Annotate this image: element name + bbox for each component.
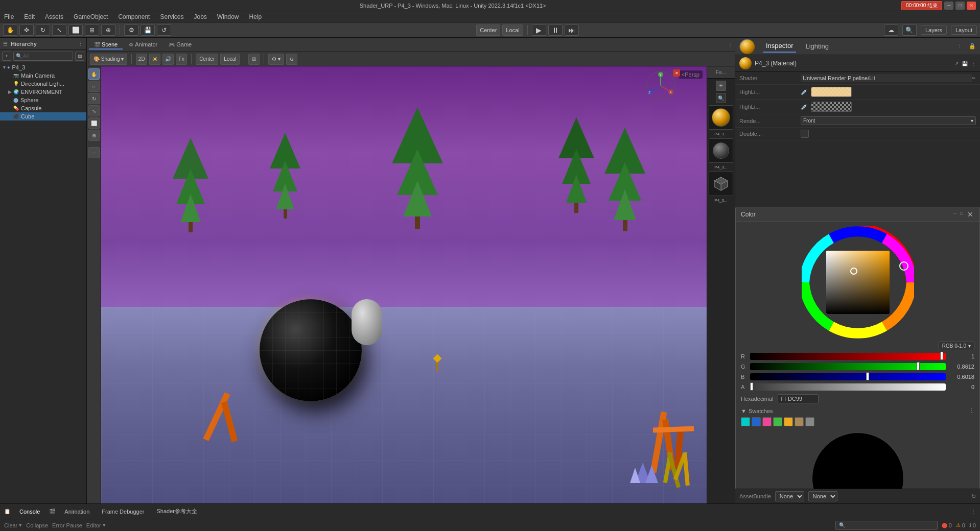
a-slider-thumb[interactable] [750,382,753,391]
rgb-mode-selector[interactable]: RGB 0-1.0 ▾ [939,342,974,350]
rect-tool[interactable]: ⬜ [68,25,83,36]
tab-shader-ref[interactable]: Shader参考大全 [153,506,200,516]
layers-dropdown[interactable]: Layers [921,26,947,35]
transform-tool[interactable]: ⊞ [85,25,99,36]
r-slider-thumb[interactable] [940,352,943,360]
assets-search-btn[interactable]: 🔍 [716,93,726,103]
menu-edit[interactable]: Edit [22,12,37,21]
tab-frame-debugger[interactable]: Frame Debugger [99,508,147,516]
menu-help[interactable]: Help [247,12,264,21]
g-value[interactable]: 0.8612 [949,364,974,370]
pivot-center-btn[interactable]: Center [476,25,500,36]
hier-filter-btn[interactable]: ▤ [75,52,84,61]
a-value[interactable]: 0 [949,384,974,390]
shading-mode-btn[interactable]: 🎨 Shading ▾ [90,54,127,65]
assets-add-btn[interactable]: + [716,81,726,91]
hier-item-p4-3[interactable]: ▼ ● P4_3 [0,63,86,71]
gizmos-btn[interactable]: G [286,54,297,65]
highlights-swatch-2[interactable] [811,102,852,112]
g-slider-thumb[interactable] [917,362,920,370]
swatch-orange[interactable] [784,417,793,426]
layout-dropdown[interactable]: Layout [951,26,977,35]
rotate-tool[interactable]: ↻ [36,25,50,36]
swatch-gray[interactable] [805,417,814,426]
scene-tabs-menu[interactable]: ⋮ [728,42,733,47]
r-slider-track[interactable] [750,353,946,360]
maximize-btn[interactable]: □ [955,2,965,10]
clear-label[interactable]: Clear [4,522,17,528]
tab-animation[interactable]: Animation [61,508,92,516]
view-settings-btn[interactable]: ⚙ ▾ [268,54,284,65]
collapse-btn[interactable]: Collapse [26,522,48,528]
vfx-toggle[interactable]: Fx [176,54,187,65]
swatches-menu[interactable]: ⋮ [969,407,974,414]
save-btn[interactable]: 💾 [141,25,155,36]
clear-btn[interactable]: Clear ▾ [4,522,22,528]
menu-file[interactable]: File [2,12,16,21]
2d-btn[interactable]: 2D [136,54,147,65]
hier-item-capsule[interactable]: 💊 Capsule [0,104,86,112]
vtool-custom[interactable]: ⊕ [88,130,100,141]
move-tool[interactable]: ✜ [19,25,34,36]
b-slider-track[interactable] [750,373,946,380]
play-btn[interactable]: ▶ [532,25,546,36]
color-panel-expand[interactable]: □ [960,210,963,219]
vtool-hand[interactable]: ✋ [88,68,100,80]
scale-tool[interactable]: ⤡ [52,25,66,36]
hier-item-light[interactable]: 💡 Directional Ligh... [0,80,86,88]
tab-scene[interactable]: 🎬Scene [89,40,123,50]
vtool-extra[interactable]: ⋯ [88,147,100,158]
record-timer-btn[interactable]: 00:00:00 结束 [901,1,942,10]
color-panel-collapse[interactable]: ─ [953,210,957,219]
console-search[interactable]: 🔍 [835,521,938,530]
asset-p4-cube[interactable] [709,172,733,196]
editor-label[interactable]: Editor [86,522,101,528]
vtool-scale[interactable]: ⤡ [88,105,100,116]
color-panel-close[interactable]: ✕ [966,210,974,219]
warning-count[interactable]: ⚠ 0 [956,522,965,528]
collapse-label[interactable]: Collapse [26,522,48,528]
menu-jobs[interactable]: Jobs [192,12,208,21]
vtool-rotate[interactable]: ↻ [88,93,100,104]
color-wheel-container[interactable] [802,226,914,339]
swatch-blue[interactable] [752,417,761,426]
close-btn[interactable]: ✕ [967,2,976,10]
log-count[interactable]: ℹ 0 [969,522,976,528]
hand-tool[interactable]: ✋ [3,25,17,36]
cloud-btn[interactable]: 🔍 [902,25,917,36]
vtool-rect[interactable]: ⬜ [88,117,100,129]
swatch-green[interactable] [773,417,782,426]
audio-toggle[interactable]: 🔊 [162,54,174,65]
pause-btn[interactable]: ⏸ [548,25,563,36]
settings-btn[interactable]: ⚙ [124,25,138,36]
lighting-toggle[interactable]: ☀ [149,54,160,65]
menu-services[interactable]: Services [158,12,185,21]
local-btn[interactable]: Local [220,54,240,65]
pivot-local-btn[interactable]: Local [502,25,523,36]
undo-btn[interactable]: ↺ [157,25,171,36]
vtool-move[interactable]: ↔ [88,81,100,92]
error-pause-label[interactable]: Error Pause [52,522,82,528]
tab-console[interactable]: Console [16,508,43,516]
a-slider-track[interactable] [750,383,946,391]
collab-btn[interactable]: ☁ [884,25,898,36]
swatch-pink[interactable] [762,417,772,426]
tab-game[interactable]: 🎮Game [164,40,197,50]
menu-gameobject[interactable]: GameObject [72,12,110,21]
r-value[interactable]: 1 [949,353,974,359]
menu-window[interactable]: Window [215,12,241,21]
hier-item-sphere[interactable]: ⬤ Sphere [0,96,86,104]
hier-item-cube[interactable]: ⬛ Cube [0,112,86,120]
3d-viewport[interactable]: <Persp Y X [101,66,707,503]
hier-item-camera[interactable]: 📷 Main Camera [0,71,86,80]
grid-toggle[interactable]: ⊞ [248,54,260,65]
editor-btn[interactable]: Editor ▾ [86,522,106,528]
center-btn[interactable]: Center [196,54,218,65]
step-btn[interactable]: ⏭ [565,25,579,36]
gizmo-close[interactable]: ✕ [673,69,680,77]
swatch-cyan[interactable] [741,417,750,426]
error-count[interactable]: ⬤ 0 [942,522,952,528]
swatch-brown[interactable] [795,417,804,426]
asset-p4-sphere[interactable] [709,138,733,163]
menu-component[interactable]: Component [116,12,152,21]
